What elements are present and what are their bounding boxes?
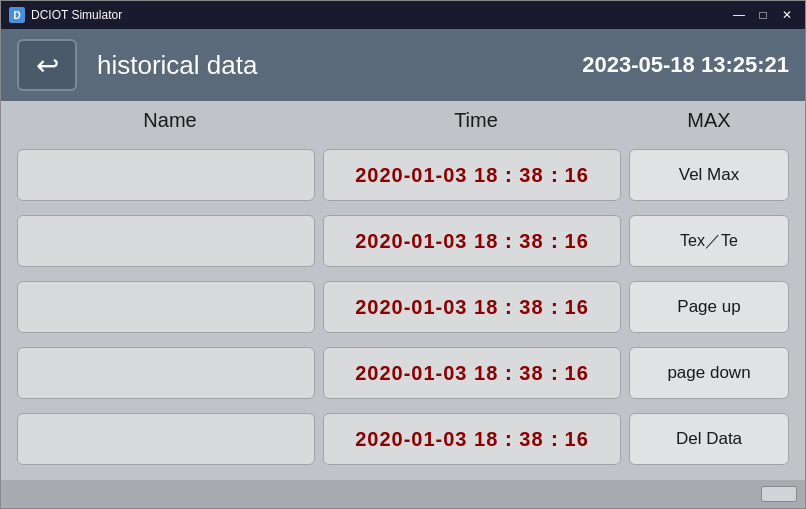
- row-1-time: 2020-01-03 18：38：16: [355, 162, 589, 189]
- minimize-button[interactable]: —: [729, 7, 749, 23]
- row-3-time: 2020-01-03 18：38：16: [355, 294, 589, 321]
- row-2-time-cell: 2020-01-03 18：38：16: [323, 215, 621, 267]
- maximize-button[interactable]: □: [753, 7, 773, 23]
- app-icon: D: [9, 7, 25, 23]
- table-row: 2020-01-03 18：38：16 Tex／Te: [17, 210, 789, 272]
- del-data-button[interactable]: Del Data: [629, 413, 789, 465]
- status-indicator: [761, 486, 797, 502]
- main-window: D DCIOT Simulator — □ ✕ ↩ historical dat…: [0, 0, 806, 509]
- page-down-button[interactable]: page down: [629, 347, 789, 399]
- back-icon: ↩: [36, 49, 59, 82]
- table-row: 2020-01-03 18：38：16 page down: [17, 342, 789, 404]
- window-title: DCIOT Simulator: [31, 8, 729, 22]
- table-row: 2020-01-03 18：38：16 Page up: [17, 276, 789, 338]
- row-4-time-cell: 2020-01-03 18：38：16: [323, 347, 621, 399]
- back-button[interactable]: ↩: [17, 39, 77, 91]
- row-2-time: 2020-01-03 18：38：16: [355, 228, 589, 255]
- row-5-time-cell: 2020-01-03 18：38：16: [323, 413, 621, 465]
- row-5-name-cell: [17, 413, 315, 465]
- title-bar-controls: — □ ✕: [729, 7, 797, 23]
- table-row: 2020-01-03 18：38：16 Vel Max: [17, 144, 789, 206]
- row-4-name-cell: [17, 347, 315, 399]
- row-4-time: 2020-01-03 18：38：16: [355, 360, 589, 387]
- col-header-time: Time: [323, 109, 629, 132]
- row-1-name-cell: [17, 149, 315, 201]
- row-3-name-cell: [17, 281, 315, 333]
- col-header-name: Name: [17, 109, 323, 132]
- page-title: historical data: [97, 50, 582, 81]
- col-header-max: MAX: [629, 109, 789, 132]
- table-row: 2020-01-03 18：38：16 Del Data: [17, 408, 789, 470]
- bottom-bar: [1, 480, 805, 508]
- header-bar: ↩ historical data 2023-05-18 13:25:21: [1, 29, 805, 101]
- tex-te-button[interactable]: Tex／Te: [629, 215, 789, 267]
- row-5-time: 2020-01-03 18：38：16: [355, 426, 589, 453]
- vel-max-button[interactable]: Vel Max: [629, 149, 789, 201]
- close-button[interactable]: ✕: [777, 7, 797, 23]
- row-2-name-cell: [17, 215, 315, 267]
- datetime-display: 2023-05-18 13:25:21: [582, 52, 789, 78]
- table-rows: 2020-01-03 18：38：16 Vel Max 2020-01-03 1…: [1, 140, 805, 480]
- row-3-time-cell: 2020-01-03 18：38：16: [323, 281, 621, 333]
- table-header: Name Time MAX: [1, 101, 805, 140]
- page-up-button[interactable]: Page up: [629, 281, 789, 333]
- content-area: Name Time MAX 2020-01-03 18：38：16 Vel Ma…: [1, 101, 805, 480]
- title-bar: D DCIOT Simulator — □ ✕: [1, 1, 805, 29]
- row-1-time-cell: 2020-01-03 18：38：16: [323, 149, 621, 201]
